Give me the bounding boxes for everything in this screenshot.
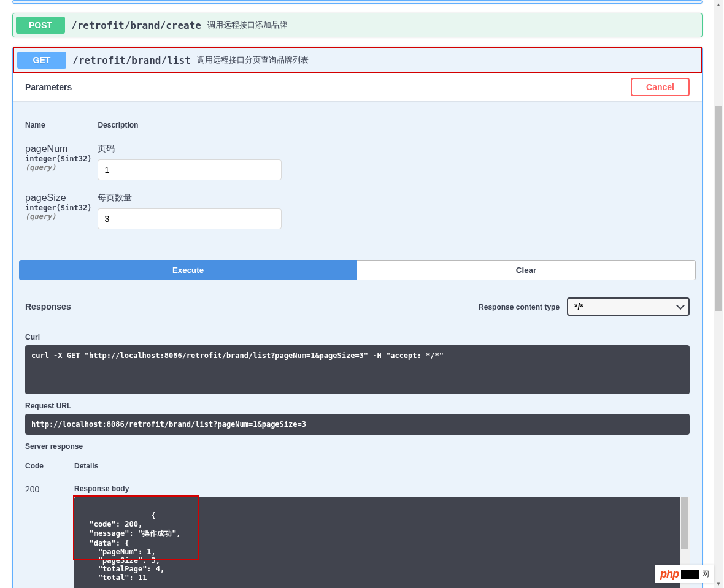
- param-in: (query): [25, 163, 91, 172]
- execute-button[interactable]: Execute: [19, 260, 357, 280]
- param-input-pagesize[interactable]: [98, 208, 282, 229]
- watermark-php: php: [660, 568, 679, 581]
- response-code: 200: [25, 478, 74, 589]
- endpoint-path: /retrofit/brand/list: [72, 55, 191, 66]
- param-row: pageSize integer($int32) (query) 每页数量: [25, 186, 690, 235]
- col-name: Name: [25, 113, 98, 137]
- col-details: Details: [74, 454, 690, 478]
- param-in: (query): [25, 212, 91, 221]
- cancel-button[interactable]: Cancel: [631, 78, 690, 96]
- response-table: Code Details 200 Response body { "code":…: [25, 454, 690, 588]
- param-row: pageNum integer($int32) (query) 页码: [25, 137, 690, 187]
- curl-block[interactable]: curl -X GET "http://localhost:8086/retro…: [25, 345, 690, 394]
- page-scrollbar[interactable]: ▲ ▼: [714, 0, 723, 588]
- clear-button[interactable]: Clear: [357, 260, 696, 280]
- param-type: integer($int32): [25, 155, 91, 163]
- param-input-pagenum[interactable]: [98, 159, 282, 180]
- response-body-block[interactable]: { "code": 200, "message": "操作成功", "data"…: [74, 497, 690, 588]
- response-body-label: Response body: [74, 484, 690, 493]
- request-url-label: Request URL: [25, 402, 690, 410]
- param-name: pageNum: [25, 143, 91, 155]
- parameters-table: Name Description pageNum integer($int32)…: [25, 113, 690, 235]
- method-badge-get: GET: [17, 52, 66, 69]
- endpoint-desc: 调用远程接口分页查询品牌列表: [197, 55, 309, 66]
- response-body-text: { "code": 200, "message": "操作成功", "data"…: [80, 511, 181, 582]
- scroll-up-icon[interactable]: ▲: [714, 0, 723, 9]
- content-type-label: Response content type: [479, 303, 560, 311]
- param-desc: 每页数量: [98, 193, 690, 204]
- param-name: pageSize: [25, 193, 91, 204]
- opblock-post-create[interactable]: POST /retrofit/brand/create 调用远程接口添加品牌: [12, 13, 703, 37]
- scroll-down-icon[interactable]: ▼: [714, 579, 723, 588]
- opblock-summary[interactable]: GET /retrofit/brand/list 调用远程接口分页查询品牌列表: [13, 47, 702, 73]
- method-badge-post: POST: [16, 17, 65, 34]
- param-desc: 页码: [98, 143, 690, 155]
- col-description: Description: [98, 113, 690, 137]
- endpoint-desc: 调用远程接口添加品牌: [207, 20, 287, 31]
- param-type: integer($int32): [25, 204, 91, 212]
- parameters-header: Parameters Cancel: [13, 73, 702, 101]
- content-type-select[interactable]: */*: [567, 297, 690, 316]
- scrollbar-thumb[interactable]: [681, 497, 688, 549]
- responses-header: Responses Response content type */*: [13, 292, 702, 321]
- responses-title: Responses: [25, 302, 71, 311]
- col-code: Code: [25, 454, 74, 478]
- server-response-label: Server response: [25, 442, 690, 451]
- scrollbar-thumb[interactable]: [715, 106, 722, 312]
- watermark-suffix: 网: [702, 569, 709, 579]
- watermark-redacted: [681, 570, 699, 579]
- parameters-title: Parameters: [25, 82, 72, 92]
- opblock-get-list: GET /retrofit/brand/list 调用远程接口分页查询品牌列表 …: [12, 47, 703, 588]
- endpoint-path: /retrofit/brand/create: [71, 20, 201, 31]
- request-url-block[interactable]: http://localhost:8086/retrofit/brand/lis…: [25, 414, 690, 435]
- watermark: php 网: [655, 565, 714, 583]
- curl-label: Curl: [25, 333, 690, 342]
